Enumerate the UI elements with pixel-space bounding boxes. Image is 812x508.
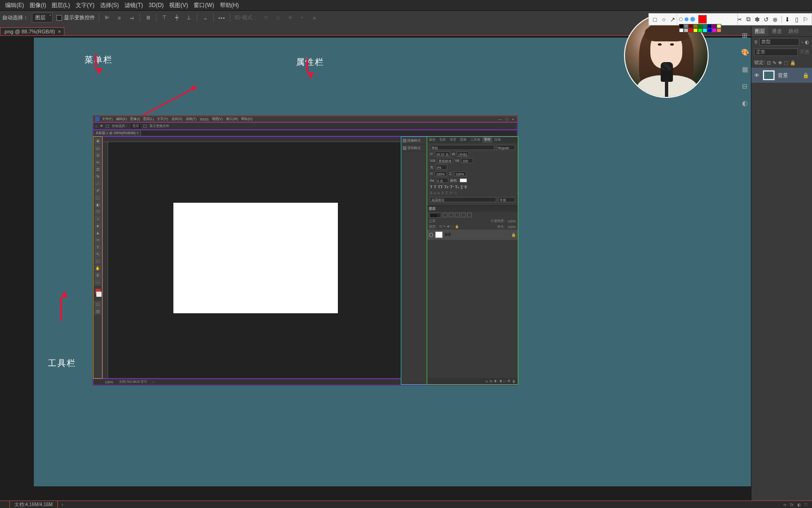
- menu-3d[interactable]: 3D(D): [146, 0, 166, 10]
- link-icon[interactable]: ∞: [783, 502, 786, 507]
- show-transform-checkbox[interactable]: 显示变换控件: [56, 14, 95, 21]
- color-swatch[interactable]: [679, 28, 684, 32]
- tool-icon: ⊡: [94, 308, 101, 315]
- color-swatch[interactable]: [684, 28, 688, 32]
- vscale-field: 100%: [435, 171, 447, 176]
- color-swatch[interactable]: [688, 24, 693, 28]
- layer-name[interactable]: 背景: [778, 72, 788, 79]
- menu-view[interactable]: 视图(V): [166, 0, 191, 11]
- menu-image[interactable]: 图像(I): [27, 0, 49, 11]
- adj-icon: ◑: [499, 379, 502, 383]
- properties-icon[interactable]: ⊞: [741, 31, 749, 40]
- color-swatch[interactable]: [707, 24, 712, 28]
- filter-pixel-icon[interactable]: ▫: [801, 40, 803, 45]
- swatches-icon[interactable]: ▦: [741, 65, 749, 73]
- menu-help[interactable]: 帮助(H): [217, 0, 242, 11]
- tab-paths[interactable]: 路径: [785, 26, 802, 36]
- download-icon[interactable]: ⬇: [784, 16, 790, 23]
- menu-layer[interactable]: 图层(L): [49, 0, 73, 11]
- layer-thumbnail[interactable]: [763, 70, 775, 80]
- document-tab[interactable]: .png @ 88.7%(RGB/8) ×: [0, 27, 64, 35]
- align-center-h-icon[interactable]: ≡: [115, 14, 124, 22]
- lock-artboard-icon[interactable]: ⬚: [784, 60, 788, 65]
- close-icon[interactable]: ⊗: [772, 16, 778, 23]
- color-swatch[interactable]: [717, 24, 721, 28]
- color-swatch[interactable]: [688, 28, 693, 32]
- color-swatch[interactable]: [717, 28, 721, 32]
- active-color-swatch[interactable]: [698, 15, 707, 24]
- mask-icon[interactable]: ◐: [797, 502, 801, 507]
- adjustments-icon[interactable]: ⊟: [741, 82, 749, 90]
- arrow-tool-icon[interactable]: ↗: [670, 16, 676, 23]
- color-swatch[interactable]: [707, 28, 712, 32]
- size-dot-icon[interactable]: [690, 17, 695, 22]
- color-swatch[interactable]: [693, 24, 698, 28]
- layer-row[interactable]: 👁 背景 🔒: [751, 68, 812, 83]
- color-swatch[interactable]: [712, 28, 717, 32]
- menu-window[interactable]: 窗口(W): [191, 0, 217, 11]
- align-dist-v-icon[interactable]: ⫠: [201, 14, 210, 22]
- status-docsize[interactable]: 文档:4.16M/4.16M: [10, 501, 58, 508]
- color-swatch[interactable]: [712, 24, 717, 28]
- opacity-label: 不透明度:: [491, 219, 505, 223]
- 3d-pan-icon[interactable]: ✥: [286, 14, 294, 22]
- tool-icon: ✐: [94, 187, 101, 194]
- size-dot-icon[interactable]: [685, 17, 688, 21]
- color-swatch[interactable]: [698, 24, 703, 28]
- lock-move-icon[interactable]: ✥: [778, 60, 782, 65]
- new-layer-icon[interactable]: □: [805, 502, 807, 507]
- lock-icon[interactable]: 🔒: [803, 72, 809, 79]
- filter-adj-icon[interactable]: ◐: [805, 40, 809, 45]
- rect-tool-icon[interactable]: □: [652, 16, 658, 23]
- visibility-toggle-icon[interactable]: 👁: [754, 72, 760, 78]
- tab-channels[interactable]: 通道: [768, 26, 785, 36]
- 3d-camera-icon[interactable]: ■: [310, 14, 319, 22]
- align-left-icon[interactable]: ⊫: [103, 14, 111, 22]
- align-middle-icon[interactable]: ┿: [172, 14, 181, 22]
- lock-all-icon[interactable]: 🔒: [790, 60, 796, 65]
- color-icon[interactable]: 🎨: [741, 48, 749, 56]
- menu-filter[interactable]: 滤镜(T): [122, 0, 146, 11]
- color-swatch[interactable]: [684, 24, 688, 28]
- align-top-icon[interactable]: ⊤: [160, 14, 169, 22]
- menu-type[interactable]: 文字(Y): [73, 0, 97, 11]
- paragraph-styles-icon: [403, 139, 406, 143]
- styles-icon[interactable]: ◐: [741, 99, 749, 107]
- tool-icon: ⊙: [94, 152, 101, 159]
- blend-mode-dropdown[interactable]: 正常: [754, 48, 798, 56]
- inner-menu-item: 视图(V): [211, 117, 224, 121]
- lock-position-icon[interactable]: ✎: [773, 60, 776, 65]
- size-dot-icon[interactable]: [679, 17, 683, 21]
- ellipse-tool-icon[interactable]: ○: [661, 16, 667, 23]
- tab-layers[interactable]: 图层: [751, 26, 768, 36]
- chevron-right-icon[interactable]: ›: [58, 502, 67, 507]
- fx-icon[interactable]: fx: [790, 502, 794, 507]
- align-dist-icon[interactable]: ≣: [144, 14, 152, 22]
- align-right-icon[interactable]: ⫤: [127, 14, 136, 22]
- menu-edit[interactable]: 编辑(E): [2, 0, 27, 11]
- 3d-roll-icon[interactable]: ⊙: [273, 14, 282, 22]
- auto-select-dropdown[interactable]: 图层 ˇ: [32, 13, 53, 23]
- menu-select[interactable]: 选择(S): [97, 0, 122, 11]
- search-icon[interactable]: ⚲: [754, 40, 757, 45]
- color-swatch[interactable]: [703, 24, 707, 28]
- 3d-slide-icon[interactable]: ⌖: [298, 14, 306, 22]
- tag-tool-icon[interactable]: ⧉: [745, 16, 751, 23]
- 3d-orbit-icon[interactable]: ⟲: [261, 14, 270, 22]
- color-swatch[interactable]: [698, 28, 703, 32]
- revert-icon[interactable]: ↺: [763, 16, 769, 23]
- kerning-icon: V/A: [430, 159, 435, 162]
- align-bottom-icon[interactable]: ⊥: [185, 14, 193, 22]
- text-color-swatch: [460, 178, 467, 183]
- color-swatch[interactable]: [703, 28, 707, 32]
- lock-pixels-icon[interactable]: ⊡: [767, 60, 771, 65]
- arrow-icon: [307, 72, 314, 79]
- color-swatch[interactable]: [679, 24, 684, 28]
- highlight-tool-icon[interactable]: ✽: [754, 16, 760, 23]
- tab-close-icon[interactable]: ×: [58, 29, 61, 34]
- more-options-icon[interactable]: •••: [218, 14, 226, 22]
- color-swatch[interactable]: [693, 28, 698, 32]
- kind-dropdown[interactable]: 类型: [759, 38, 799, 46]
- save-icon[interactable]: ▯: [794, 16, 800, 23]
- pin-icon[interactable]: ⚐: [803, 16, 809, 23]
